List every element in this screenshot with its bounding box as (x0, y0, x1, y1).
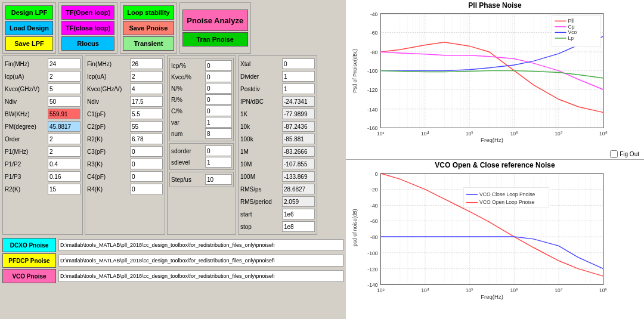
rms-ps-label: RMS/ps (240, 186, 281, 193)
kvco-input-2[interactable] (130, 83, 163, 94)
svg-text:Cp: Cp (568, 24, 574, 30)
svg-text:Freq(Hz): Freq(Hz) (481, 137, 503, 143)
stop-label: stop (240, 224, 281, 230)
100k-label: 100k (240, 136, 281, 143)
save-pnoise-button[interactable]: Save Pnoise (123, 21, 174, 35)
icp-input-2[interactable] (130, 71, 163, 82)
xtal-label: Xtal (240, 61, 281, 67)
design-lpf-button[interactable]: Design LPF (5, 5, 53, 20)
10m-label: 10M (240, 161, 281, 168)
tf-open-button[interactable]: TF(Open loop) (61, 5, 114, 20)
svg-text:Vco: Vco (568, 29, 577, 35)
divider-label: Divider (240, 73, 281, 80)
bw-label-1: BW(KHz) (5, 111, 47, 117)
svg-text:-100: -100 (367, 250, 377, 256)
sdorder-input[interactable] (205, 145, 232, 156)
ipn-input (282, 96, 315, 107)
c-pct-input[interactable] (205, 106, 232, 116)
transient-button[interactable]: Transient (123, 36, 174, 51)
c1-input-2[interactable] (130, 109, 163, 119)
svg-text:-80: -80 (370, 234, 378, 240)
order-input-1[interactable] (48, 134, 80, 144)
sdlevel-input[interactable] (205, 157, 232, 168)
kvco-label-1: Kvco(GHz/V) (5, 86, 47, 92)
ndiv-input-1[interactable] (48, 96, 80, 107)
step-input[interactable] (205, 174, 232, 185)
p1-input-1[interactable] (48, 146, 80, 157)
start-label: start (240, 211, 281, 218)
p1p2-input-1[interactable] (48, 159, 80, 169)
kvco-pct-label: Kvco/% (171, 74, 204, 80)
dcxo-path-input[interactable] (58, 239, 343, 251)
10k-label: 10k (240, 123, 281, 130)
10m-input (282, 159, 315, 169)
r2-label-1: R2(K) (5, 186, 47, 193)
1k-label: 1K (240, 111, 281, 117)
step-label: Step/us (171, 176, 204, 183)
kvco-pct-input[interactable] (205, 72, 232, 82)
save-lpf-button[interactable]: Save LPF (5, 36, 53, 51)
r2-input-2[interactable] (130, 134, 163, 144)
pfdcp-path-input[interactable] (58, 255, 343, 267)
n-pct-label: N/% (171, 85, 204, 92)
c-pct-label: C/% (171, 108, 204, 114)
icp-pct-input[interactable] (205, 60, 232, 71)
c4-input-2[interactable] (130, 171, 163, 182)
ipn-label: IPN/dBC (240, 98, 281, 105)
start-input[interactable] (282, 209, 315, 219)
var-input[interactable] (205, 117, 232, 128)
c3-label-2: C3(pF) (87, 148, 129, 155)
kvco-input-1[interactable] (48, 83, 80, 94)
num-input[interactable] (205, 128, 232, 139)
tran-pnoise-button[interactable]: Tran Pnoise (182, 32, 248, 47)
load-design-button[interactable]: Load Design (5, 21, 53, 35)
fin-input-2[interactable] (130, 58, 163, 69)
svg-text:Freq(Hz): Freq(Hz) (481, 293, 503, 300)
sdlevel-label: sdlevel (171, 159, 204, 166)
svg-text:10³: 10³ (377, 131, 385, 137)
xtal-input[interactable] (282, 58, 315, 69)
bw-input-1[interactable] (48, 109, 80, 119)
pnoise-analyze-button[interactable]: Pnoise Analyze (182, 10, 248, 31)
var-label: var (171, 119, 204, 126)
svg-text:-40: -40 (370, 203, 378, 209)
ndiv-label-2: Ndiv (87, 98, 129, 105)
svg-text:-120: -120 (367, 87, 377, 93)
svg-text:10⁴: 10⁴ (421, 287, 429, 293)
svg-text:VCO Open Loop Pnoise: VCO Open Loop Pnoise (479, 199, 535, 205)
svg-text:-100: -100 (367, 68, 377, 74)
num-label: num (171, 131, 204, 137)
r4-input-2[interactable] (130, 184, 163, 194)
vco-path-input[interactable] (58, 270, 343, 282)
pfdcp-pnoise-button[interactable]: PFDCP Pnoise (2, 253, 56, 268)
c2-input-2[interactable] (130, 121, 163, 132)
dcxo-pnoise-button[interactable]: DCXO Pnoise (2, 238, 56, 252)
svg-text:10³: 10³ (377, 287, 385, 293)
svg-text:10⁵: 10⁵ (466, 131, 474, 137)
svg-text:-20: -20 (370, 187, 378, 193)
vco-pnoise-button[interactable]: VCO Pnoise (2, 269, 56, 283)
divider-input[interactable] (282, 71, 315, 82)
svg-text:-60: -60 (370, 30, 378, 36)
svg-text:VCO Close Loop Pnoise: VCO Close Loop Pnoise (479, 191, 535, 197)
fig-out-checkbox[interactable] (610, 150, 618, 158)
p1p3-input-1[interactable] (48, 171, 80, 182)
pm-input-1[interactable] (48, 121, 80, 132)
n-pct-input[interactable] (205, 83, 232, 94)
ndiv-input-2[interactable] (130, 96, 163, 107)
fin-input-1[interactable] (48, 58, 80, 69)
p1p3-label-1: P1/P3 (5, 174, 47, 180)
tf-close-button[interactable]: TF(close loop) (61, 21, 114, 35)
loop-stability-button[interactable]: Loop stability (123, 5, 174, 20)
postdiv-input[interactable] (282, 83, 315, 94)
rlocus-button[interactable]: Rlocus (61, 36, 114, 51)
icp-input-1[interactable] (48, 71, 80, 82)
r3-input-2[interactable] (130, 159, 163, 169)
svg-text:10⁴: 10⁴ (421, 131, 429, 137)
stop-input[interactable] (282, 221, 315, 232)
c3-input-2[interactable] (130, 146, 163, 157)
100k-input (282, 134, 315, 144)
r2-input-1[interactable] (48, 184, 80, 194)
svg-text:Pll: Pll (568, 18, 574, 24)
r-pct-input[interactable] (205, 94, 232, 105)
